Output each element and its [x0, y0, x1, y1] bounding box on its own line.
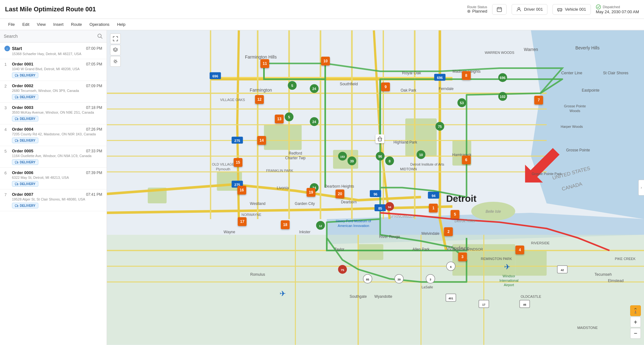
calendar-icon — [497, 7, 502, 12]
menu-help[interactable]: Help — [114, 21, 129, 28]
delivery-badge: DELIVERY — [12, 203, 38, 208]
truck-icon — [15, 73, 19, 77]
map-controls-top — [110, 33, 121, 67]
map-marker-10[interactable]: 10 — [321, 57, 330, 65]
location-icon — [113, 59, 118, 64]
map-marker-4[interactable]: 4 — [515, 246, 524, 254]
menu-edit[interactable]: Edit — [19, 21, 32, 28]
svg-point-18 — [18, 141, 18, 142]
layers-button[interactable] — [110, 45, 121, 55]
menu-operations[interactable]: Operations — [86, 21, 113, 28]
delivery-badge: DELIVERY — [12, 181, 38, 187]
fullscreen-button[interactable] — [110, 33, 121, 44]
map-marker-17[interactable]: 17 — [238, 217, 247, 226]
calendar-button[interactable] — [492, 4, 507, 15]
location-button[interactable] — [110, 56, 121, 67]
driver-button[interactable]: Driver 001 — [512, 4, 547, 15]
main-layout: ⌂ Start 07:00 PM 15368 Schaefer Hwy, Det… — [0, 30, 644, 345]
svg-point-4 — [561, 10, 562, 11]
svg-rect-13 — [15, 118, 17, 120]
map-marker-3[interactable]: 3 — [458, 252, 467, 261]
order-title: Order 0002 — [12, 83, 33, 88]
map-marker-19[interactable]: 19 — [307, 188, 315, 197]
svg-point-8 — [15, 76, 16, 77]
order-item-3[interactable]: 3 Order 0003 07:18 PM 3593 McKay Avenue,… — [0, 103, 107, 124]
svg-point-26 — [15, 206, 16, 207]
map-marker-12[interactable]: 12 — [255, 95, 264, 104]
map-marker-1[interactable]: 1 — [429, 204, 438, 212]
vehicle-icon — [557, 7, 562, 12]
order-list: 1 Order 0001 07:05 PM 1040 W Grand Blvd,… — [0, 59, 107, 211]
person-view-button[interactable]: 🧍 — [630, 305, 641, 316]
search-bar — [0, 30, 107, 42]
vehicle-button[interactable]: Vehicle 001 — [552, 4, 591, 15]
map-marker-8[interactable]: 8 — [462, 71, 471, 80]
status-dot-icon — [467, 10, 470, 13]
order-time: 07:05 PM — [86, 62, 102, 66]
order-address: 6322 May St, Detroit, MI 48213, USA — [12, 176, 102, 179]
map-marker-2[interactable]: 2 — [444, 227, 453, 236]
map-marker-9[interactable]: 9 — [381, 82, 390, 91]
map-marker-20[interactable]: 20 — [336, 189, 344, 198]
dispatched-info: Dispatched May 24, 2030 07:00 AM — [596, 4, 639, 14]
map-background: 696 696 96 85 94 — [107, 30, 644, 345]
map-marker-6[interactable]: 6 — [462, 156, 471, 164]
svg-rect-19 — [15, 161, 17, 163]
order-item-6[interactable]: 6 Order 0006 07:39 PM 6322 May St, Detro… — [0, 168, 107, 189]
map-marker-18[interactable]: 18 — [281, 220, 290, 229]
zoom-out-button[interactable]: − — [630, 328, 641, 339]
delivery-badge: DELIVERY — [12, 159, 38, 165]
map-marker-5[interactable]: 5 — [451, 210, 459, 219]
svg-point-176 — [114, 59, 117, 63]
order-address: 3593 McKay Avenue, Windsor, ON N9E 2S1, … — [12, 110, 102, 114]
menu-insert[interactable]: Insert — [50, 21, 67, 28]
svg-rect-22 — [15, 183, 17, 185]
svg-point-15 — [18, 120, 18, 120]
svg-point-175 — [114, 60, 116, 62]
truck-icon — [15, 139, 19, 142]
order-time: 07:39 PM — [86, 171, 102, 175]
map-marker-7[interactable]: 7 — [534, 96, 543, 105]
map-marker-15[interactable]: 15 — [234, 158, 242, 167]
map-marker-14[interactable]: 14 — [257, 136, 266, 145]
order-item-5[interactable]: 5 Order 0005 07:33 PM 1164 Ouellette Ave… — [0, 146, 107, 168]
search-input[interactable] — [4, 34, 95, 39]
zoom-in-button[interactable]: + — [630, 317, 641, 327]
start-item: ⌂ Start 07:00 PM 15368 Schaefer Hwy, Det… — [0, 42, 107, 59]
order-address: 1164 Ouellette Ave, Windsor, ON N9A 1C9,… — [12, 154, 102, 158]
order-item-4[interactable]: 4 Order 0004 07:26 PM 7205 County Rd 42,… — [0, 124, 107, 146]
order-address: 2680 Tecumseh, Windsor, ON 3P9, Canada — [12, 89, 102, 93]
search-icon — [97, 33, 103, 39]
map-marker-16[interactable]: 16 — [237, 186, 246, 195]
menu-view[interactable]: View — [34, 21, 49, 28]
svg-rect-10 — [15, 96, 17, 98]
map-marker-11[interactable]: 11 — [260, 59, 269, 68]
order-item-7[interactable]: 7 Order 0007 07:41 PM 19528 Alger St, St… — [0, 189, 107, 211]
order-time: 07:18 PM — [86, 105, 102, 110]
order-item-2[interactable]: 2 Order 0002 07:09 PM 2680 Tecumseh, Win… — [0, 81, 107, 103]
menu-route[interactable]: Route — [68, 21, 85, 28]
order-address: 7205 County Rd 42, Maidstone, ON N0R 1K0… — [12, 132, 102, 136]
order-item-1[interactable]: 1 Order 0001 07:05 PM 1040 W Grand Blvd,… — [0, 59, 107, 81]
svg-point-27 — [18, 206, 18, 207]
svg-point-23 — [15, 185, 16, 185]
svg-point-11 — [15, 98, 16, 99]
order-title: Order 0007 — [12, 192, 33, 197]
order-address: 1040 W Grand Blvd, Detroit, MI 48208, US… — [12, 67, 102, 71]
order-title: Order 0003 — [12, 105, 33, 110]
menu-file[interactable]: File — [5, 21, 18, 28]
map-marker-home[interactable] — [375, 134, 384, 143]
collapse-sidebar-button[interactable]: › — [638, 180, 644, 195]
person-icon — [516, 7, 521, 12]
order-time: 07:41 PM — [86, 192, 102, 197]
map-marker-13[interactable]: 13 — [275, 115, 284, 123]
menubar: File Edit View Insert Route Operations H… — [0, 19, 644, 30]
svg-point-3 — [558, 10, 559, 11]
svg-rect-174 — [378, 139, 381, 141]
check-circle-icon — [596, 4, 601, 9]
svg-rect-25 — [15, 205, 17, 206]
map-area[interactable]: 696 696 96 85 94 — [107, 30, 644, 345]
map-zoom-controls: 🧍 + − — [630, 305, 641, 339]
svg-point-21 — [18, 163, 18, 164]
sidebar: ⌂ Start 07:00 PM 15368 Schaefer Hwy, Det… — [0, 30, 107, 345]
